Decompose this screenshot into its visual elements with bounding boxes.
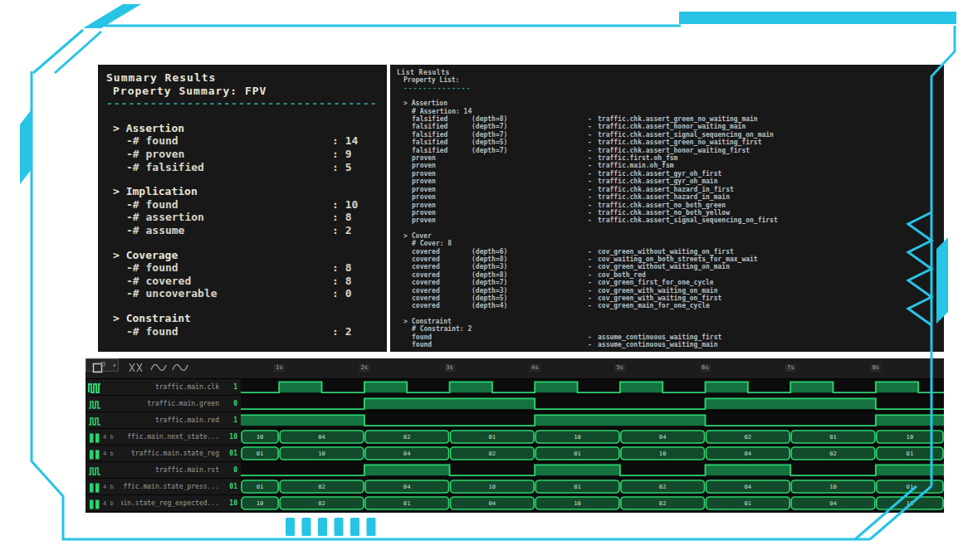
- list-item[interactable]: covered(depth=6)-cov_green_without_waiti…: [397, 248, 937, 256]
- list-item[interactable]: proven-traffic.chk.assert_gyr_oh_first: [397, 170, 937, 178]
- bus-value: 10: [907, 435, 914, 441]
- wave-trace[interactable]: [241, 462, 944, 478]
- summary-row-label: -# assume: [126, 224, 184, 236]
- summary-section: > Implication-# found: 10-# assertion: 8…: [106, 185, 379, 236]
- analog-wave-icon[interactable]: [172, 361, 188, 374]
- list-item[interactable]: covered(depth=8)-cov_both_red: [397, 271, 937, 279]
- list-item-status: falsified: [412, 147, 472, 154]
- wave-row[interactable]: 4 b...ffic.main.next_state10100402011004…: [86, 429, 944, 446]
- list-item[interactable]: found-assume_continuous_waiting_main: [397, 341, 937, 348]
- signal-name: ...ffic.main.state_press: [121, 483, 219, 490]
- list-item[interactable]: covered(depth=8)-cov_waiting_on_both_str…: [397, 256, 937, 263]
- list-item-separator: -: [588, 154, 598, 162]
- list-item[interactable]: covered(depth=7)-cov_green_first_for_one…: [397, 279, 937, 286]
- wave-trace[interactable]: 011004020110040201: [241, 446, 944, 461]
- list-item-depth: [472, 334, 588, 341]
- wave-trace[interactable]: 100402011004020110: [241, 429, 944, 445]
- frame-segment: [20, 110, 32, 184]
- signal-name: traffic.main.state_reg: [121, 450, 219, 457]
- wave-trace[interactable]: [241, 396, 944, 411]
- summary-row-label: -# found: [126, 134, 178, 147]
- list-item[interactable]: falsified(depth=8)-traffic.chk.assert_gr…: [397, 115, 937, 123]
- chevron-down-icon: ▾: [112, 362, 116, 369]
- wave-svg: 100402011004020110: [241, 429, 944, 445]
- analog-wave-icon[interactable]: [150, 361, 167, 374]
- wave-row[interactable]: 4 b...ffic.main.state_press0101020410010…: [86, 479, 944, 495]
- list-item-separator: -: [588, 193, 598, 201]
- wave-row-gutter: traffic.main.green0: [86, 396, 241, 411]
- wave-row[interactable]: 4 btraffic.main.state_reg010110040201100…: [86, 446, 944, 462]
- list-divider: --------------: [397, 85, 937, 92]
- summary-row-label: -# found: [126, 198, 178, 211]
- list-group-header: > Assertion: [397, 100, 937, 107]
- list-item[interactable]: found-assume_continuous_waiting_first: [397, 334, 937, 341]
- list-item[interactable]: proven-traffic.chk.assert_hazard_in_firs…: [397, 186, 937, 193]
- list-item[interactable]: proven-traffic.chk.assert_signal_sequenc…: [397, 217, 937, 224]
- wave-row[interactable]: traffic.main.rst0: [86, 462, 944, 479]
- list-item[interactable]: proven-traffic.main.oh_fsm: [397, 162, 937, 169]
- list-item-name: assume_continuous_waiting_main: [598, 341, 937, 348]
- bit-wave-icon: [88, 415, 103, 426]
- list-item[interactable]: proven-traffic.chk.assert_no_both_green: [397, 202, 937, 209]
- bus-icon: [88, 431, 103, 443]
- list-item-status: covered: [412, 302, 472, 309]
- summary-row: -# found: 8: [106, 261, 379, 275]
- signal-current-value: 10: [219, 499, 237, 507]
- wave-row[interactable]: traffic.main.clk1: [86, 379, 944, 396]
- waveform-panel: ▾ 1s2s3s4s5s6s7s8s traffic.main.clk1traf…: [86, 358, 944, 513]
- bus-value: 04: [745, 451, 752, 458]
- clock-icon: [88, 382, 103, 393]
- list-item-separator: -: [588, 139, 598, 146]
- list-item-name: cov_green_main_for_one_cycle: [598, 302, 937, 309]
- timeline-tick-label: 7s: [785, 364, 795, 372]
- bus-value: 04: [489, 501, 496, 508]
- list-item[interactable]: covered(depth=4)-cov_green_main_for_one_…: [397, 302, 937, 309]
- list-item-depth: (depth=8): [472, 256, 588, 263]
- list-item[interactable]: proven-traffic.first.oh_fsm: [397, 154, 937, 162]
- summary-row-label: -# found: [126, 325, 178, 338]
- list-item-depth: [472, 186, 588, 193]
- bus-compare-icon[interactable]: [129, 361, 144, 374]
- wave-trace[interactable]: [241, 379, 944, 395]
- signal-name: traffic.main.clk: [121, 383, 219, 391]
- list-item-name: cov_waiting_on_both_streets_for_max_wait: [598, 256, 937, 263]
- wave-row[interactable]: 4 b...ain.state_reg_expected101002010410…: [86, 495, 944, 512]
- summary-row-value: : 8: [332, 261, 351, 275]
- frame-segment: [350, 518, 359, 536]
- list-item[interactable]: covered(depth=3)-cov_green_without_waiti…: [397, 263, 937, 270]
- list-item[interactable]: falsified(depth=5)-traffic.chk.assert_gr…: [397, 139, 937, 146]
- signal-name: ...ain.state_reg_expected: [121, 499, 219, 507]
- signal-current-value: 0: [219, 466, 237, 474]
- list-item[interactable]: proven-traffic.chk.assert_gyr_oh_main: [397, 178, 937, 185]
- wave-row[interactable]: traffic.main.red1: [86, 412, 944, 429]
- list-item-name: traffic.chk.assert_gyr_oh_main: [598, 178, 937, 185]
- bus-value: 10: [659, 451, 667, 458]
- selection-box-icon[interactable]: [92, 361, 107, 374]
- wave-trace[interactable]: 010204100102041001: [241, 479, 944, 494]
- list-item-status: covered: [412, 256, 472, 263]
- list-item[interactable]: proven-traffic.chk.assert_no_both_yellow: [397, 209, 937, 217]
- list-item[interactable]: falsified(depth=7)-traffic.chk.assert_si…: [397, 131, 937, 139]
- list-item-separator: -: [588, 202, 598, 209]
- bus-value: 01: [489, 435, 496, 441]
- summary-title: Summary Results: [106, 71, 379, 85]
- list-item[interactable]: falsified(depth=7)-traffic.chk.assert_ho…: [397, 123, 937, 130]
- bus-value: 10: [574, 435, 581, 441]
- wave-trace[interactable]: [241, 412, 944, 428]
- bus-value: 10: [489, 485, 496, 491]
- list-group: > Cover# Cover: 8covered(depth=6)-cov_gr…: [397, 232, 937, 310]
- list-item[interactable]: covered(depth=3)-cov_green_with_waiting_…: [397, 287, 937, 295]
- list-item[interactable]: covered(depth=5)-cov_green_with_waiting_…: [397, 295, 937, 302]
- summary-row-value: : 2: [332, 224, 351, 237]
- wave-trace[interactable]: 100201041002010410: [241, 495, 944, 511]
- signal-name: traffic.main.rst: [121, 466, 219, 474]
- wave-row-gutter: 4 btraffic.main.state_reg01: [86, 446, 241, 461]
- wave-row[interactable]: traffic.main.green0: [86, 396, 944, 412]
- list-item[interactable]: falsified(depth=7)-traffic.chk.assert_ho…: [397, 147, 937, 154]
- bus-value: 04: [318, 435, 325, 441]
- summary-row-value: : 0: [332, 287, 351, 300]
- list-item-depth: (depth=7): [472, 131, 588, 139]
- list-item-depth: [472, 341, 588, 348]
- list-item-status: covered: [412, 279, 472, 286]
- list-item[interactable]: proven-traffic.chk.assert_hazard_in_main: [397, 193, 937, 201]
